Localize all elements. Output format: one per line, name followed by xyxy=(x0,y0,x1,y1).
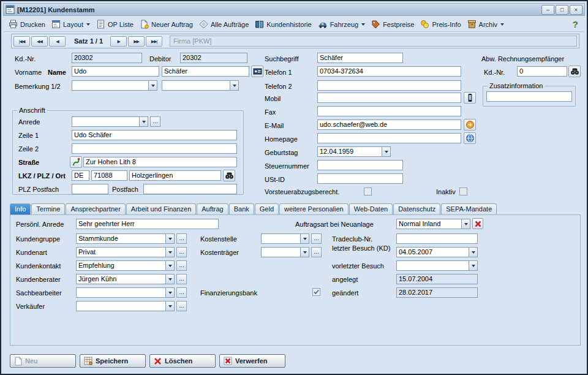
speichern-button[interactable]: Speichern xyxy=(80,354,146,368)
ort-field[interactable]: Holzgerlingen xyxy=(129,170,221,181)
tab-web-daten[interactable]: Web-Daten xyxy=(349,203,393,214)
bemerkung1-combo[interactable] xyxy=(72,80,157,91)
dropdown-button[interactable] xyxy=(165,248,174,257)
plz-field[interactable]: 71088 xyxy=(91,170,127,181)
mobil-dial-button[interactable] xyxy=(464,92,476,104)
tab-ansprechpartner[interactable]: Ansprechpartner xyxy=(66,203,125,214)
alle-auftraege-button[interactable]: Alle Aufträge xyxy=(198,18,250,30)
dropdown-button[interactable] xyxy=(382,147,390,156)
tab-geld[interactable]: Geld xyxy=(255,203,279,214)
dropdown-button[interactable] xyxy=(469,261,477,270)
telefon1-field[interactable]: 07034-372634 xyxy=(317,66,461,77)
letzter-besuch-combo[interactable]: 04.05.2007 xyxy=(396,247,478,257)
minimize-button[interactable]: – xyxy=(541,5,554,15)
auftragsart-clear-button[interactable] xyxy=(472,218,483,229)
inaktiv-checkbox[interactable] xyxy=(459,188,467,195)
next-record-button[interactable]: ▶ xyxy=(110,36,127,47)
kostenstelle-combo[interactable] xyxy=(261,233,309,244)
kundenkontakt-combo[interactable]: Empfehlung xyxy=(76,260,175,271)
ort-search-button[interactable] xyxy=(223,170,235,181)
neu-button[interactable]: Neu xyxy=(10,354,76,368)
send-email-button[interactable] xyxy=(464,119,476,131)
tab-sepa-mandate[interactable]: SEPA-Mandate xyxy=(441,203,497,214)
tab-info[interactable]: Info xyxy=(10,203,31,214)
lkz-field[interactable]: DE xyxy=(72,170,89,181)
dropdown-button[interactable] xyxy=(165,275,174,284)
dropdown-button[interactable] xyxy=(300,248,309,257)
kostenstelle-browse-button[interactable]: ... xyxy=(311,233,322,244)
auftragsart-combo[interactable]: Normal Inland xyxy=(396,219,470,229)
verkaeufer-combo[interactable] xyxy=(76,301,175,311)
kundenberater-combo[interactable]: Jürgen Kühn xyxy=(76,274,175,284)
close-button[interactable]: × xyxy=(570,5,582,15)
festpreise-button[interactable]: Festpreise xyxy=(370,18,415,30)
loeschen-button[interactable]: Löschen xyxy=(149,354,216,368)
tab-bank[interactable]: Bank xyxy=(229,203,254,214)
kundenart-browse-button[interactable]: ... xyxy=(176,247,187,257)
kundengruppe-browse-button[interactable]: ... xyxy=(176,233,187,244)
preis-info-button[interactable]: Preis-Info xyxy=(419,18,462,30)
tab-weitere-personalien[interactable]: weitere Personalien xyxy=(279,203,349,214)
anrede-browse-button[interactable]: ... xyxy=(150,116,160,127)
last-record-button[interactable]: ▶▶| xyxy=(146,36,162,47)
verwerfen-button[interactable]: Verwerfen xyxy=(219,354,285,368)
vorsteuer-checkbox[interactable] xyxy=(364,188,372,195)
zeile1-field[interactable]: Udo Schäfer xyxy=(72,130,237,140)
next-page-button[interactable]: ▶▶ xyxy=(128,36,145,47)
drucken-button[interactable]: Drucken xyxy=(7,18,47,30)
name-card-button[interactable] xyxy=(251,66,263,77)
kundenberater-browse-button[interactable]: ... xyxy=(176,274,187,284)
kundenhistorie-button[interactable]: Kundenhistorie xyxy=(254,18,312,30)
dropdown-button[interactable] xyxy=(300,234,309,243)
email-field[interactable]: udo.schaefer@web.de xyxy=(317,119,461,130)
kdnr-field[interactable]: 20302 xyxy=(72,53,142,63)
geburtstag-combo[interactable]: 12.04.1959 xyxy=(317,146,391,157)
kundengruppe-combo[interactable]: Stammkunde xyxy=(76,233,175,244)
debitor-field[interactable]: 20302 xyxy=(180,53,247,63)
dropdown-button[interactable] xyxy=(469,248,477,257)
dropdown-button[interactable] xyxy=(461,219,470,229)
tab-arbeit-und-finanzen[interactable]: Arbeit und Finanzen xyxy=(126,203,196,214)
zusatzinfo-field[interactable] xyxy=(486,91,572,102)
kundenkontakt-browse-button[interactable]: ... xyxy=(176,260,187,271)
prev-page-button[interactable]: ◀◀ xyxy=(31,36,48,47)
fax-field[interactable] xyxy=(317,106,461,116)
kostentraeger-browse-button[interactable]: ... xyxy=(311,247,322,257)
help-button[interactable]: ? xyxy=(573,19,581,29)
dropdown-button[interactable] xyxy=(139,117,148,126)
first-record-button[interactable]: |◀◀ xyxy=(13,36,30,47)
tab-datenschutz[interactable]: Datenschutz xyxy=(393,203,440,214)
ustid-field[interactable] xyxy=(317,173,403,184)
abw-kdnr-field[interactable]: 0 xyxy=(517,66,567,77)
zeile2-field[interactable] xyxy=(72,143,237,154)
tradeclub-field[interactable] xyxy=(396,233,478,244)
layout-button[interactable]: Layout xyxy=(50,18,91,30)
kundenart-combo[interactable]: Privat xyxy=(76,247,175,257)
dropdown-button[interactable] xyxy=(165,234,174,243)
homepage-field[interactable] xyxy=(317,133,461,143)
postfach-field[interactable] xyxy=(143,184,237,194)
sachbearbeiter-browse-button[interactable]: ... xyxy=(176,287,187,298)
prev-record-button[interactable]: ◀ xyxy=(49,36,66,47)
route-map-button[interactable] xyxy=(70,156,82,168)
kostentraeger-combo[interactable] xyxy=(261,247,309,257)
anrede-combo[interactable] xyxy=(72,116,148,127)
telefon2-field[interactable] xyxy=(317,80,461,91)
name-field[interactable]: Schäfer xyxy=(162,66,249,77)
vorname-field[interactable]: Udo xyxy=(72,66,159,77)
neuer-auftrag-button[interactable]: Neuer Auftrag xyxy=(138,18,194,30)
sachbearbeiter-combo[interactable] xyxy=(76,287,175,298)
dropdown-button[interactable] xyxy=(148,81,157,90)
suchbegriff-field[interactable]: Schäfer xyxy=(317,53,403,63)
open-homepage-button[interactable] xyxy=(464,132,476,144)
dropdown-button[interactable] xyxy=(165,261,174,270)
vorletzter-besuch-combo[interactable] xyxy=(396,260,478,271)
tab-auftrag[interactable]: Auftrag xyxy=(197,203,228,214)
persoenl-anrede-field[interactable]: Sehr geehrter Herr xyxy=(76,219,219,229)
dropdown-button[interactable] xyxy=(230,81,238,90)
dropdown-button[interactable] xyxy=(165,288,174,297)
tab-termine[interactable]: Termine xyxy=(31,203,65,214)
maximize-button[interactable]: □ xyxy=(556,5,568,15)
bemerkung2-combo[interactable] xyxy=(162,80,239,91)
verkaeufer-browse-button[interactable]: ... xyxy=(176,301,187,311)
